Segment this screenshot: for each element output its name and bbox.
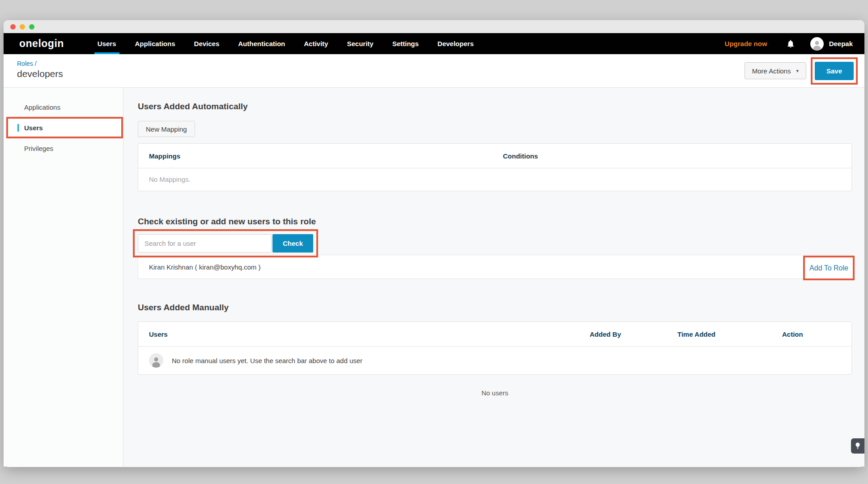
content-area: Applications Users Privileges Users Adde… <box>4 87 864 467</box>
main-menu: Users Applications Devices Authenticatio… <box>88 33 483 54</box>
nav-item-settings[interactable]: Settings <box>383 33 428 54</box>
upgrade-now-link[interactable]: Upgrade now <box>725 40 767 47</box>
page-title: developers <box>17 69 63 79</box>
search-result-row: Kiran Krishnan ( kiran@boxyhq.com ) Add … <box>138 255 852 279</box>
sidebar-item-privileges[interactable]: Privileges <box>4 138 123 158</box>
help-lightbulb-tab[interactable] <box>851 438 864 454</box>
nav-item-devices[interactable]: Devices <box>185 33 229 54</box>
annotation-box-search: Check <box>133 229 318 257</box>
breadcrumb[interactable]: Roles / <box>17 60 37 67</box>
column-header-users: Users <box>149 330 590 338</box>
mappings-empty-state: No Mappings. <box>138 168 851 191</box>
onelogin-logo[interactable]: onelogin <box>19 38 64 50</box>
close-window-icon[interactable] <box>10 24 16 30</box>
top-navigation-bar: onelogin Users Applications Devices Auth… <box>4 33 864 54</box>
nav-item-authentication[interactable]: Authentication <box>229 33 294 54</box>
nav-item-developers[interactable]: Developers <box>428 33 483 54</box>
nav-item-applications[interactable]: Applications <box>126 33 185 54</box>
manual-users-table-header: Users Added By Time Added Action <box>138 322 851 347</box>
mappings-table: Mappings Conditions No Mappings. <box>138 143 852 191</box>
placeholder-user-avatar-icon <box>149 353 163 368</box>
add-to-role-link[interactable]: Add To Role <box>809 264 848 272</box>
macos-title-bar <box>4 20 864 33</box>
logged-in-user-name[interactable]: Deepak <box>829 40 853 47</box>
minimize-window-icon[interactable] <box>20 24 25 30</box>
chevron-down-icon: ▾ <box>796 68 799 74</box>
section-title-users-added-automatically: Users Added Automatically <box>138 101 852 111</box>
save-button[interactable]: Save <box>815 62 854 80</box>
maximize-window-icon[interactable] <box>29 24 34 30</box>
header-actions: More Actions ▾ Save <box>745 54 858 87</box>
column-header-mappings: Mappings <box>149 152 503 160</box>
manual-users-empty-row: No role manual users yet. Use the search… <box>138 347 851 374</box>
no-users-text: No users <box>138 389 852 397</box>
annotation-box-users-tab: Users <box>6 117 123 138</box>
column-header-conditions: Conditions <box>503 152 841 160</box>
lightbulb-icon <box>855 442 861 450</box>
new-mapping-button[interactable]: New Mapping <box>138 121 195 137</box>
nav-item-activity[interactable]: Activity <box>294 33 337 54</box>
search-user-input[interactable] <box>138 234 272 253</box>
more-actions-button[interactable]: More Actions ▾ <box>745 62 806 79</box>
mappings-table-header: Mappings Conditions <box>138 144 851 168</box>
column-header-action: Action <box>782 330 841 338</box>
column-header-time-added: Time Added <box>677 330 782 338</box>
sidebar-item-applications[interactable]: Applications <box>4 97 123 117</box>
annotation-box-save: Save <box>811 57 858 85</box>
nav-item-users[interactable]: Users <box>88 33 126 54</box>
browser-window: onelogin Users Applications Devices Auth… <box>4 20 864 467</box>
more-actions-label: More Actions <box>752 67 791 75</box>
annotation-box-add-to-role: Add To Role <box>803 256 855 280</box>
search-result-user: Kiran Krishnan ( kiran@boxyhq.com ) <box>149 263 261 271</box>
nav-item-security[interactable]: Security <box>337 33 383 54</box>
user-avatar[interactable] <box>810 37 824 51</box>
notifications-bell-icon[interactable] <box>786 39 795 48</box>
section-title-users-added-manually: Users Added Manually <box>138 302 852 313</box>
column-header-added-by: Added By <box>590 330 677 338</box>
active-tab-indicator <box>17 124 19 132</box>
page-header: Roles / developers More Actions ▾ Save <box>4 54 864 87</box>
section-title-check-users: Check existing or add new users to this … <box>138 216 852 227</box>
manual-users-empty-text: No role manual users yet. Use the search… <box>172 357 362 364</box>
sidebar-item-users[interactable]: Users <box>24 124 43 132</box>
role-sidebar: Applications Users Privileges <box>4 88 123 467</box>
manual-users-table: Users Added By Time Added Action No role… <box>138 321 852 375</box>
check-button[interactable]: Check <box>272 234 313 253</box>
main-panel: Users Added Automatically New Mapping Ma… <box>123 88 864 467</box>
